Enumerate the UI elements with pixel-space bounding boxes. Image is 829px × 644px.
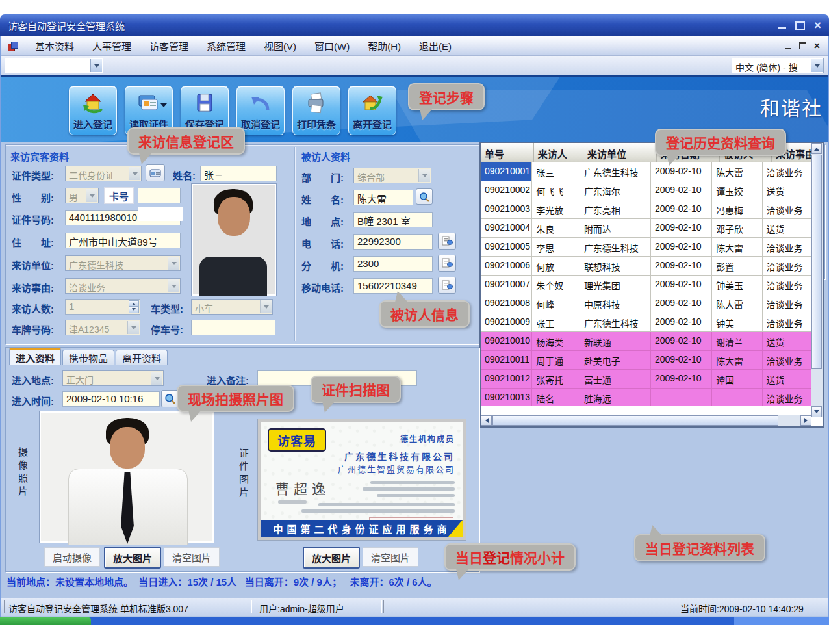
table-cell[interactable]: 洽谈业务	[763, 200, 812, 218]
vertical-scroll-thumb[interactable]	[811, 155, 822, 369]
table-cell[interactable]: 谭玉姣	[712, 181, 762, 200]
table-row[interactable]: 090210002何飞飞广东海尔2009-02-10谭玉姣送货	[481, 181, 811, 200]
table-cell[interactable]: 2009-02-10	[651, 162, 712, 181]
table-row[interactable]: 090210012张寄托富士通2009-02-10谭国送货	[481, 370, 811, 389]
visited-lookup-button[interactable]	[416, 188, 433, 205]
table-cell[interactable]: 富士通	[580, 370, 651, 388]
table-cell[interactable]: 090210002	[481, 181, 532, 200]
horizontal-scrollbar[interactable]	[481, 415, 811, 426]
table-cell[interactable]: 中原科技	[580, 294, 651, 313]
table-cell[interactable]: 胜海远	[580, 389, 651, 406]
table-cell[interactable]: 2009-02-10	[651, 351, 712, 369]
card-no-input[interactable]	[138, 188, 181, 203]
entry-time-picker-button[interactable]	[161, 390, 179, 407]
ext-dial-button[interactable]	[438, 255, 456, 272]
clear-card-button[interactable]: 清空图片	[363, 547, 418, 567]
table-cell[interactable]: 送货	[763, 370, 812, 388]
start-camera-button[interactable]: 启动摄像	[44, 547, 100, 567]
table-cell[interactable]: 090210011	[481, 351, 532, 369]
enlarge-photo-button[interactable]: 放大图片	[104, 547, 161, 569]
table-cell[interactable]: 邓子欣	[712, 219, 762, 237]
restore-icon[interactable]	[795, 21, 805, 30]
table-cell[interactable]: 广东德生科技	[580, 238, 651, 256]
scroll-down-icon[interactable]	[811, 406, 822, 417]
table-cell[interactable]: 何放	[532, 257, 580, 275]
table-cell[interactable]: 洽谈业务	[763, 313, 812, 331]
table-cell[interactable]: 陈大雷	[712, 351, 762, 369]
menu-basic-data[interactable]: 基本资料	[26, 36, 83, 55]
horizontal-scroll-thumb[interactable]	[492, 415, 778, 426]
table-cell[interactable]: 090210007	[481, 276, 532, 294]
table-cell[interactable]: 李光放	[532, 200, 580, 218]
table-row[interactable]: 090210013陆名胜海远洽谈业务	[481, 389, 811, 406]
table-row[interactable]: 090210007朱个奴理光集团2009-02-10钟美玉洽谈业务	[481, 276, 811, 294]
table-cell[interactable]: 090210008	[481, 294, 532, 313]
ext-input[interactable]: 2300	[353, 256, 433, 272]
table-cell[interactable]: 谭国	[712, 370, 762, 388]
table-cell[interactable]: 090210003	[481, 200, 532, 218]
table-cell[interactable]: 2009-02-10	[651, 332, 712, 350]
enlarge-card-button[interactable]: 放大图片	[303, 547, 360, 569]
table-cell[interactable]: 陈大雷	[712, 294, 762, 313]
table-row[interactable]: 090210009张工广东德生科技2009-02-10钟美洽谈业务	[481, 313, 811, 332]
cert-reader-button[interactable]	[146, 164, 165, 181]
table-cell[interactable]: 洽谈业务	[763, 257, 812, 275]
vertical-scrollbar[interactable]	[811, 143, 823, 417]
table-cell[interactable]: 朱良	[532, 219, 580, 237]
table-row[interactable]: 090210006何放联想科技2009-02-10彭置洽谈业务	[481, 257, 811, 276]
table-cell[interactable]: 洽谈业务	[763, 238, 812, 256]
leave-register-button[interactable]: 离开登记	[348, 86, 396, 135]
table-cell[interactable]: 090210010	[481, 332, 532, 350]
mobile-dial-button[interactable]	[438, 277, 456, 294]
mdi-restore-icon[interactable]	[799, 42, 806, 49]
table-row[interactable]: 090210004朱良附而达2009-02-10邓子欣送货	[481, 219, 811, 238]
visitor-count-stepper[interactable]: 1	[65, 299, 140, 315]
table-cell[interactable]: 洽谈业务	[763, 162, 812, 181]
menu-help[interactable]: 帮助(H)	[359, 36, 410, 55]
print-receipt-button[interactable]: 打印凭条	[292, 86, 340, 135]
table-cell[interactable]: 090210012	[481, 370, 532, 388]
table-cell[interactable]: 洽谈业务	[763, 276, 812, 294]
table-cell[interactable]: 2009-02-10	[651, 313, 712, 331]
menu-system[interactable]: 系统管理	[198, 36, 255, 55]
enter-register-button[interactable]: 进入登记	[69, 86, 117, 135]
table-cell[interactable]: 2009-02-10	[651, 370, 712, 388]
table-row[interactable]: 090210008何峰中原科技2009-02-10陈大雷洽谈业务	[481, 294, 811, 313]
table-cell[interactable]: 送货	[763, 219, 812, 237]
table-row[interactable]: 090210011周于通赴美电子2009-02-10陈大雷洽谈业务	[481, 351, 811, 370]
scroll-left-icon[interactable]	[481, 415, 492, 426]
cancel-register-button[interactable]: 取消登记	[236, 86, 285, 135]
table-cell[interactable]: 洽谈业务	[763, 389, 812, 406]
table-cell[interactable]: 谢清兰	[712, 332, 762, 350]
reason-select[interactable]: 洽谈业务	[65, 278, 181, 294]
table-cell[interactable]: 广东德生科技	[580, 313, 651, 331]
minimize-icon[interactable]	[778, 27, 786, 29]
table-cell[interactable]: 朱个奴	[532, 276, 580, 294]
table-cell[interactable]: 090210004	[481, 219, 532, 237]
location-input[interactable]: B幢 2301 室	[353, 212, 433, 227]
close-icon[interactable]: ×	[814, 20, 821, 31]
menu-visitor[interactable]: 访客管理	[140, 36, 198, 55]
table-cell[interactable]: 冯惠梅	[712, 200, 762, 218]
phone-dial-button[interactable]	[438, 233, 456, 250]
table-cell[interactable]: 广东亮相	[580, 200, 651, 218]
table-cell[interactable]: 广东海尔	[580, 181, 651, 200]
table-cell[interactable]	[651, 389, 712, 406]
start-button-edge[interactable]	[0, 617, 91, 625]
table-cell[interactable]: 钟美玉	[712, 276, 762, 294]
address-input[interactable]: 广州市中山大道89号	[65, 233, 181, 248]
table-cell[interactable]: 李思	[532, 238, 580, 256]
table-cell[interactable]: 张寄托	[532, 370, 580, 388]
table-cell[interactable]: 新联通	[580, 332, 651, 350]
table-cell[interactable]: 理光集团	[580, 276, 651, 294]
stepper-down-icon[interactable]	[129, 307, 139, 313]
tab-leave-info[interactable]: 离开资料	[116, 350, 168, 365]
table-row[interactable]: 090210003李光放广东亮相2009-02-10冯惠梅洽谈业务	[481, 200, 811, 219]
stepper-up-icon[interactable]	[129, 300, 139, 307]
table-cell[interactable]: 何飞飞	[532, 181, 580, 200]
table-cell[interactable]: 钟美	[712, 313, 762, 331]
column-header[interactable]: 来访单位	[583, 143, 657, 162]
table-cell[interactable]: 2009-02-10	[651, 219, 712, 237]
entry-location-select[interactable]: 正大门	[62, 370, 164, 386]
tab-carried-items[interactable]: 携带物品	[62, 350, 114, 365]
